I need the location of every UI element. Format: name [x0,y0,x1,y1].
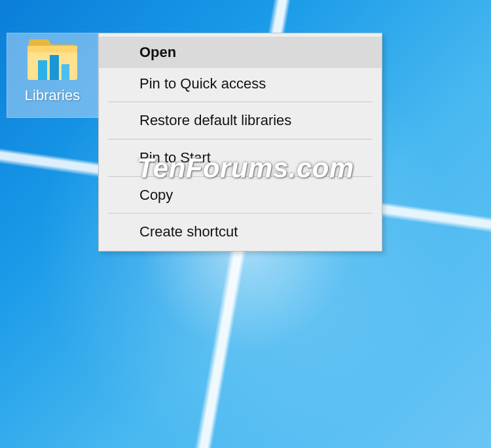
desktop-icon-label: Libraries [25,87,80,104]
menu-item-pin-quick-access[interactable]: Pin to Quick access [99,68,382,100]
libraries-desktop-icon[interactable]: Libraries [7,33,98,118]
menu-item-pin-to-start[interactable]: Pin to Start [99,142,382,174]
menu-item-restore-default-libraries[interactable]: Restore default libraries [99,105,382,136]
svg-rect-4 [62,64,69,80]
menu-item-open[interactable]: Open [99,37,382,68]
svg-rect-3 [50,55,59,80]
context-menu: Open Pin to Quick access Restore default… [98,33,382,252]
menu-item-copy[interactable]: Copy [99,179,382,211]
menu-separator [108,139,373,140]
libraries-folder-icon [26,37,79,86]
menu-separator [108,213,373,214]
svg-rect-2 [38,60,47,80]
menu-item-create-shortcut[interactable]: Create shortcut [99,216,382,248]
menu-separator [108,102,373,102]
svg-rect-1 [27,46,77,52]
menu-separator [108,176,373,177]
